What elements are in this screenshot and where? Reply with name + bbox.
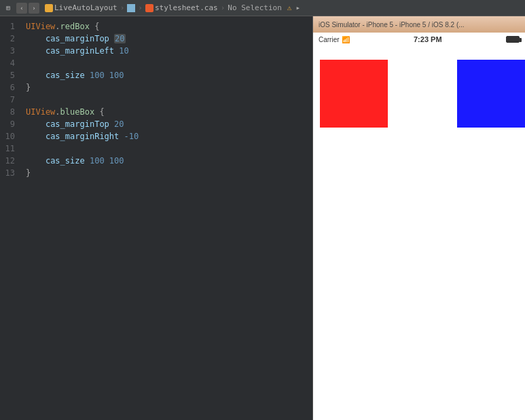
line-num: 7 [10,94,15,106]
breadcrumb-folder [127,4,135,12]
line-num: 8 [10,106,15,118]
breadcrumb-sep-1: › [120,3,125,12]
dropdown-icon[interactable]: ▸ [295,3,300,12]
no-selection-label: No Selection [228,3,281,12]
code-area: 1 2 3 4 5 6 7 8 9 10 11 12 13 UIView.red… [0,16,312,420]
line-num: 3 [10,45,15,57]
simulator-content [313,46,525,420]
carrier-label: Carrier [319,36,340,43]
battery-icon [506,36,520,43]
main-layout: 1 2 3 4 5 6 7 8 9 10 11 12 13 UIView.red… [0,16,525,420]
code-editor[interactable]: UIView.redBox { cas_marginTop 20 cas_mar… [20,16,312,420]
breadcrumb-sep-2: › [138,3,143,12]
simulator-panel: iOS Simulator - iPhone 5 - iPhone 5 / iO… [312,16,525,420]
breadcrumb-sep-3: › [221,3,225,12]
grid-icon[interactable]: ⊞ [3,3,14,14]
breadcrumb: LiveAutoLayout [45,3,117,12]
top-bar: ⊞ ‹ › LiveAutoLayout › › stylesheet.cas … [0,0,525,16]
editor-panel: 1 2 3 4 5 6 7 8 9 10 11 12 13 UIView.red… [0,16,312,420]
nav-buttons: ‹ › [16,3,39,14]
project-name[interactable]: LiveAutoLayout [54,3,117,12]
line-num: 6 [10,81,15,94]
file-name[interactable]: stylesheet.cas [155,3,218,12]
folder-icon [127,4,135,12]
line-num: 12 [5,155,15,167]
project-icon [45,4,53,12]
line-num: 11 [5,142,15,155]
blue-box [457,60,525,128]
line-num: 10 [5,130,15,142]
warning-icon: ⚠ [287,3,292,12]
simulator-title-bar: iOS Simulator - iPhone 5 - iPhone 5 / iO… [313,16,525,33]
simulator-status-bar: Carrier 📶 7:23 PM [313,33,525,46]
line-num: 9 [10,118,15,130]
red-box [320,60,388,128]
line-num: 4 [10,57,15,69]
line-num: 13 [5,167,15,179]
file-icon [145,4,153,12]
nav-back-button[interactable]: ‹ [16,3,27,14]
line-num: 2 [10,33,15,45]
line-num: 1 [10,20,15,33]
line-numbers: 1 2 3 4 5 6 7 8 9 10 11 12 13 [0,16,20,420]
carrier-info: Carrier 📶 [319,36,350,43]
wifi-icon: 📶 [342,36,350,43]
breadcrumb-file: stylesheet.cas [145,3,218,12]
line-num: 5 [10,69,15,81]
sim-time: 7:23 PM [414,35,442,43]
simulator-title: iOS Simulator - iPhone 5 - iPhone 5 / iO… [319,21,465,28]
nav-forward-button[interactable]: › [29,3,39,14]
